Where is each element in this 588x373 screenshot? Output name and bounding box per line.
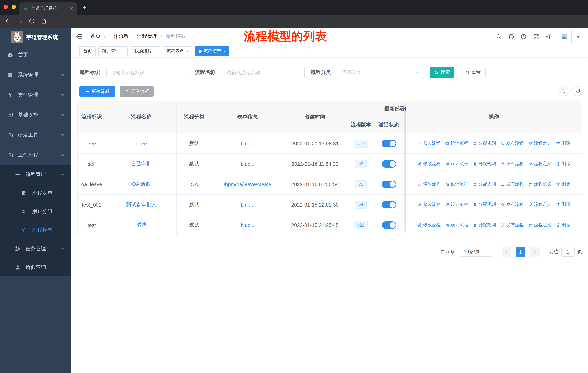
tag-close-icon[interactable]: × [186,49,189,53]
github-icon[interactable] [508,33,514,40]
version-tag[interactable]: v2 [355,160,367,168]
text-size-icon[interactable] [545,33,552,40]
back-icon[interactable] [4,18,11,24]
action-definition-link[interactable]: 流程定义 [528,161,551,167]
version-tag[interactable]: v5 [355,180,367,188]
tag-close-icon[interactable]: × [223,49,226,53]
action-modify-link[interactable]: 修改流程 [417,222,441,228]
process-name-link[interactable]: OA 请假 [132,181,151,187]
breadcrumb-item[interactable]: 流程管理 [137,33,158,40]
action-delete-link[interactable]: 删除 [556,161,570,167]
sidebar-item-process-management[interactable]: 流程管理 [0,165,71,184]
process-name-link[interactable]: 滔博 [136,222,146,228]
action-modify-link[interactable]: 修改流程 [417,181,441,187]
sidebar-item-dev-tools[interactable]: 研发工具 [0,125,71,145]
sidebar-collapse-icon[interactable] [76,33,82,40]
sidebar-item-workflow[interactable]: 工作流程 [0,145,71,165]
form-info-link[interactable]: biubiu [241,222,254,228]
action-publish-link[interactable]: 发布流程 [500,140,524,146]
process-name-link[interactable]: 自己审批 [131,161,151,167]
import-process-button[interactable]: 导入流程 [120,86,154,97]
sidebar-item-process-model[interactable]: 流程模型 [0,221,71,239]
page-size-select[interactable]: 10条/页 [460,247,492,257]
breadcrumb-item[interactable]: 工作流程 [109,33,129,40]
action-design-link[interactable]: 设计流程 [445,202,468,208]
action-assign-rule-link[interactable]: 分配规则 [473,140,496,146]
form-info-link[interactable]: biubiu [241,141,254,146]
action-definition-link[interactable]: 流程定义 [528,202,551,208]
tab-close-icon[interactable]: × [69,5,74,11]
active-status-toggle[interactable] [382,140,396,147]
action-delete-link[interactable]: 删除 [556,202,570,208]
sidebar-item-infrastructure[interactable]: 基础设施 [0,105,71,125]
prev-page-button[interactable] [502,247,511,257]
tag-close-icon[interactable]: × [154,49,156,53]
active-status-toggle[interactable] [382,221,396,229]
window-close-button[interactable] [4,5,8,9]
form-info-link[interactable]: biubiu [241,161,254,167]
action-design-link[interactable]: 设计流程 [445,222,468,228]
action-definition-link[interactable]: 流程定义 [528,222,551,228]
action-assign-rule-link[interactable]: 分配规则 [473,181,496,187]
tag-my-process[interactable]: 我的流程× [131,46,160,56]
version-tag[interactable]: v17 [354,139,368,147]
action-delete-link[interactable]: 删除 [556,140,570,146]
page-number-button[interactable]: 1 [516,247,525,257]
browser-tab[interactable]: 芋道管理系统 × [19,2,77,15]
new-tab-button[interactable]: + [80,3,89,12]
create-process-button[interactable]: 新建流程 [79,86,115,97]
action-assign-rule-link[interactable]: 分配规则 [473,161,496,167]
breadcrumb-item[interactable]: 首页 [90,33,101,40]
tag-tenant-management[interactable]: 租户管理× [98,46,128,56]
process-name-link[interactable]: 测试多审批人 [126,201,157,208]
reload-icon[interactable] [28,18,35,24]
process-name-link[interactable]: eeee [136,141,147,146]
tag-process-model[interactable]: 流程模型× [195,46,229,56]
action-design-link[interactable]: 设计流程 [445,181,468,187]
sidebar-item-home[interactable]: 首页 [0,45,71,65]
active-status-toggle[interactable] [382,201,396,208]
action-modify-link[interactable]: 修改流程 [417,202,441,208]
fullscreen-icon[interactable] [533,33,539,40]
reset-button[interactable]: 重置 [460,67,486,78]
next-page-button[interactable] [530,247,539,257]
refresh-table-button[interactable] [573,86,583,96]
forward-icon[interactable] [16,18,23,24]
sidebar-item-system-management[interactable]: 系统管理 [0,65,71,85]
goto-page-input[interactable] [561,247,575,257]
action-design-link[interactable]: 设计流程 [445,161,468,167]
avatar-caret-down-icon[interactable] [575,33,581,40]
tag-close-icon[interactable]: × [121,49,124,53]
action-assign-rule-link[interactable]: 分配规则 [473,202,496,208]
search-icon[interactable] [496,33,502,40]
action-definition-link[interactable]: 流程定义 [528,181,551,187]
toggle-search-button[interactable] [558,86,568,96]
process-name-input[interactable] [222,67,305,78]
search-button[interactable]: 搜索 [430,67,454,78]
process-category-select[interactable]: 流程分类 [337,67,424,78]
action-design-link[interactable]: 设计流程 [445,140,468,146]
sidebar-item-user-group[interactable]: 用户分组 [0,202,71,221]
form-info-link[interactable]: /bpm/oa/leave/create [224,181,271,187]
window-minimize-button[interactable] [12,5,16,9]
active-status-toggle[interactable] [382,181,396,188]
action-publish-link[interactable]: 发布流程 [500,181,524,187]
user-avatar[interactable] [558,30,572,43]
sidebar-logo[interactable]: 芋道管理系统 [0,31,71,43]
action-definition-link[interactable]: 流程定义 [528,140,551,146]
action-delete-link[interactable]: 删除 [556,222,570,228]
action-modify-link[interactable]: 修改流程 [417,140,441,146]
sidebar-item-process-form[interactable]: 流程表单 [0,184,71,202]
action-publish-link[interactable]: 发布流程 [500,161,524,167]
sidebar-item-leave-query[interactable]: 请假查询 [0,258,71,276]
action-publish-link[interactable]: 发布流程 [500,202,524,208]
home-icon[interactable] [41,18,47,24]
action-delete-link[interactable]: 删除 [556,181,570,187]
tag-process-form[interactable]: 流程表单× [163,46,192,56]
action-publish-link[interactable]: 发布流程 [500,222,524,228]
process-key-input[interactable] [106,67,189,78]
active-status-toggle[interactable] [382,160,396,167]
version-tag[interactable]: v21 [354,221,368,229]
tag-home[interactable]: 首页 [79,46,95,56]
question-icon[interactable] [521,33,527,40]
